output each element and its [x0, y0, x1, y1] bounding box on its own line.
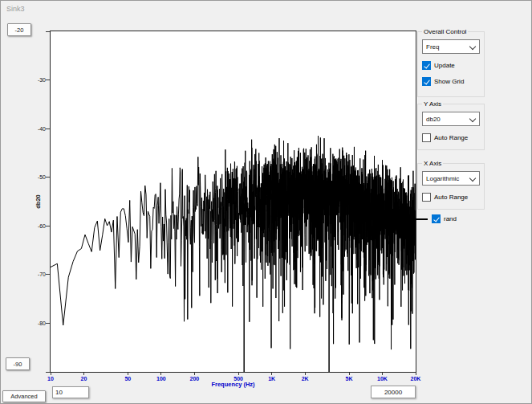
x-tick-mark [238, 373, 239, 375]
chevron-down-icon [469, 116, 476, 122]
x-tick-mark [160, 373, 161, 375]
rand-trace [51, 136, 416, 372]
rand-trace-checkbox[interactable]: rand [432, 214, 457, 223]
y-axis-title: db20 [34, 186, 42, 218]
x-tick-mark [194, 373, 195, 375]
checkbox-icon [422, 193, 431, 202]
y-tick-label: -30 [23, 76, 46, 84]
x-max-input[interactable] [371, 386, 416, 398]
y-axis-group-title: Y Axis [422, 100, 443, 108]
x-tick-mark [83, 373, 84, 375]
x-tick-mark [128, 373, 128, 375]
x-tick-mark [271, 373, 272, 375]
x-auto-range-label: Auto Range [434, 194, 468, 201]
x-tick-mark [305, 373, 306, 375]
overall-control-title: Overall Control [422, 28, 468, 35]
update-checkbox-label: Update [434, 62, 455, 69]
y-auto-range-label: Auto Range [434, 134, 468, 141]
plot-area[interactable] [50, 31, 416, 373]
window-title: Sink3 [6, 5, 25, 13]
x-tick-mark [382, 373, 383, 375]
y-axis-max-button[interactable]: -20 [7, 23, 31, 36]
x-axis-group-title: X Axis [422, 160, 443, 167]
titlebar[interactable]: Sink3 [1, 1, 531, 18]
update-checkbox[interactable]: Update [422, 61, 480, 70]
legend-line-sample [412, 218, 428, 220]
x-min-input[interactable] [52, 386, 89, 398]
checkbox-icon [422, 77, 431, 86]
x-axis-group: X Axis Logarithmic Auto Range [417, 160, 485, 210]
y-tick-label: -70 [23, 271, 46, 278]
x-axis-title: Frequency (Hz) [51, 381, 416, 388]
overall-control-group: Overall Control Freq Update Show Grid [417, 28, 485, 97]
checkbox-icon [432, 214, 441, 223]
x-axis-dropdown[interactable]: Logarithmic [422, 171, 480, 186]
checkbox-icon [422, 133, 431, 142]
y-tick-label: -80 [23, 320, 46, 327]
overall-control-dropdown-value: Freq [426, 43, 439, 51]
x-tick-mark [349, 373, 350, 375]
y-tick-label: -50 [23, 173, 46, 181]
chevron-down-icon [469, 43, 476, 50]
rand-trace-label: rand [444, 215, 457, 222]
x-auto-range-checkbox[interactable]: Auto Range [422, 193, 480, 202]
y-axis-dropdown[interactable]: db20 [422, 112, 480, 126]
y-axis-dropdown-value: db20 [426, 116, 441, 123]
x-tick-mark [51, 373, 51, 375]
x-tick-mark [416, 373, 416, 375]
y-tick-label: -40 [23, 125, 46, 133]
show-grid-checkbox-label: Show Grid [434, 78, 464, 85]
advanced-button[interactable]: Advanced [2, 390, 46, 402]
x-axis-dropdown-value: Logarithmic [426, 175, 459, 182]
chevron-down-icon [469, 175, 476, 182]
show-grid-checkbox[interactable]: Show Grid [422, 77, 480, 86]
checkbox-icon [422, 61, 431, 70]
y-axis-min-button[interactable]: -90 [6, 357, 30, 370]
y-auto-range-checkbox[interactable]: Auto Range [422, 133, 480, 142]
trace-legend: rand [412, 214, 457, 223]
y-tick-label: -60 [23, 222, 46, 230]
overall-control-dropdown[interactable]: Freq [422, 39, 480, 54]
sink3-window: Sink3 -20 -90 Advanced db20 102050100200… [0, 0, 532, 404]
spectrum-trace-svg [51, 31, 416, 372]
y-axis-group: Y Axis db20 Auto Range [417, 100, 485, 150]
